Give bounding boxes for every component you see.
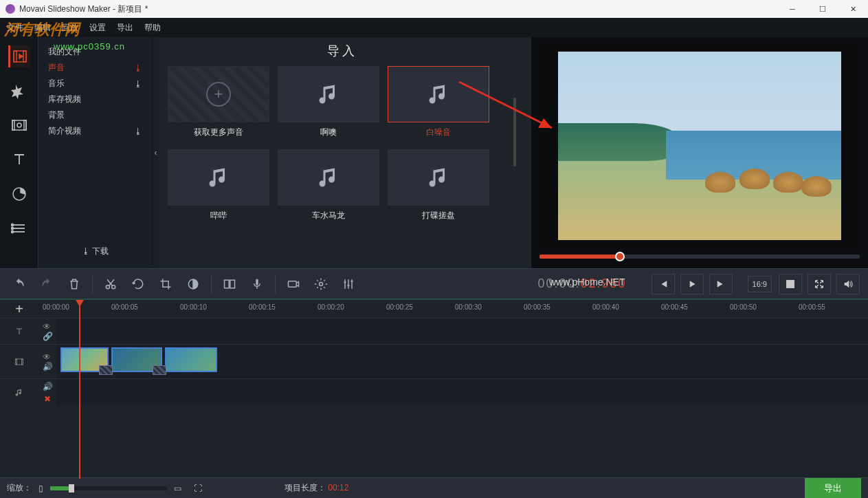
transition-1[interactable] <box>99 365 113 375</box>
title-track-body[interactable] <box>56 318 868 344</box>
prev-frame-button[interactable] <box>652 274 675 294</box>
fit-button[interactable]: ⛶ <box>194 484 202 493</box>
menu-bar: 文件 编辑 回放 设置 导出 帮助 <box>0 18 868 37</box>
collapse-handle[interactable]: ‹ <box>152 37 159 268</box>
playhead[interactable] <box>79 300 80 479</box>
export-button[interactable]: 导出 <box>805 478 861 499</box>
svg-point-7 <box>17 123 21 127</box>
svg-rect-5 <box>12 120 14 130</box>
aspect-ratio[interactable]: 16:9 <box>748 276 772 292</box>
menu-settings[interactable]: 设置 <box>89 22 106 34</box>
project-length-label: 项目长度： 00:12 <box>285 482 348 494</box>
seek-knob[interactable] <box>615 252 625 261</box>
clip-3[interactable] <box>165 347 217 372</box>
play-button[interactable] <box>680 274 704 294</box>
settings-button[interactable] <box>309 273 333 295</box>
unpin-button[interactable] <box>779 274 802 294</box>
svg-marker-3 <box>19 54 23 58</box>
preview-screen[interactable] <box>539 44 860 248</box>
toolbar: 00:00:02.950 16:9 <box>0 268 868 299</box>
tab-import[interactable] <box>8 45 30 67</box>
window-title: Movavi Slideshow Maker - 新项目 * <box>19 3 148 15</box>
add-track-button[interactable]: + <box>0 300 38 318</box>
menu-edit[interactable]: 编辑 <box>34 22 51 34</box>
minimize-button[interactable]: ─ <box>777 0 808 18</box>
tool-sidebar <box>0 37 38 268</box>
tab-more[interactable] <box>8 217 30 239</box>
zoom-label: 缩放： <box>7 482 32 494</box>
close-button[interactable]: ✕ <box>838 0 868 18</box>
cat-myfiles[interactable]: 我的文件 <box>48 44 142 60</box>
preview-seekbar[interactable] <box>539 255 860 259</box>
zoom-slider[interactable] <box>50 486 167 490</box>
menu-help[interactable]: 帮助 <box>144 22 161 34</box>
svg-rect-28 <box>22 358 23 364</box>
zoom-in-icon[interactable]: ▭ <box>174 484 181 493</box>
crop-button[interactable] <box>153 273 178 295</box>
tab-transitions[interactable] <box>8 114 30 136</box>
maximize-button[interactable]: ☐ <box>808 0 838 18</box>
undo-button[interactable] <box>7 273 32 295</box>
tile-sound-3[interactable]: 哔哔 <box>167 149 270 221</box>
record-audio-button[interactable] <box>245 273 269 295</box>
svg-rect-20 <box>225 280 230 288</box>
redo-button[interactable] <box>34 273 59 295</box>
cat-background[interactable]: 背景 <box>48 107 142 123</box>
equalizer-button[interactable] <box>336 273 361 295</box>
download-icon: ⭳ <box>134 79 142 89</box>
delete-button[interactable] <box>62 273 87 295</box>
tile-sound-2[interactable]: 白噪音 <box>387 66 490 138</box>
download-icon: ⭳ <box>134 127 142 136</box>
plus-icon: + <box>206 82 231 107</box>
audio-track: 🔊✖ <box>0 378 868 406</box>
cat-stockvideo[interactable]: 库存视频 <box>48 91 142 107</box>
title-bar: Movavi Slideshow Maker - 新项目 * ─ ☐ ✕ <box>0 0 868 18</box>
tile-sound-4[interactable]: 车水马龙 <box>277 149 380 221</box>
download-icon: ⭳ <box>134 63 142 73</box>
main-area: 我的文件 声音⭳ 音乐⭳ 库存视频 背景 简介视频⭳ ⭳ 下载 ‹ 导入 + 获… <box>0 37 868 268</box>
tile-getmore[interactable]: + 获取更多声音 <box>167 66 270 138</box>
tile-sound-5[interactable]: 打碟搓盘 <box>387 149 490 221</box>
tab-filters[interactable] <box>8 80 30 102</box>
svg-rect-23 <box>289 281 297 286</box>
track-video-icon <box>0 345 38 378</box>
rotate-button[interactable] <box>126 273 151 295</box>
menu-file[interactable]: 文件 <box>7 22 23 34</box>
download-button[interactable]: ⭳ 下载 <box>48 239 142 264</box>
zoom-out-icon[interactable]: ▯ <box>38 484 43 493</box>
svg-rect-6 <box>24 120 26 130</box>
timeline: + 00:00:00 00:00:05 00:00:10 00:00:15 00… <box>0 299 868 479</box>
tab-titles[interactable] <box>8 149 30 171</box>
track-visibility-icon[interactable]: 👁🔗 <box>38 318 56 344</box>
media-panel: 导入 + 获取更多声音 啊噢 白噪音 哔哔 <box>159 37 531 268</box>
video-track-body[interactable] <box>56 345 868 378</box>
color-button[interactable] <box>181 273 205 295</box>
menu-playback[interactable]: 回放 <box>62 22 78 34</box>
music-icon <box>316 165 341 190</box>
audio-track-body[interactable] <box>56 379 868 406</box>
cut-button[interactable] <box>98 273 123 295</box>
svg-rect-27 <box>16 358 17 364</box>
cat-music[interactable]: 音乐⭳ <box>48 76 142 91</box>
track-visibility-icon[interactable]: 👁🔊 <box>38 345 56 378</box>
timecode: 00:00:02.950 <box>532 275 632 292</box>
track-mute-icon[interactable]: 🔊✖ <box>38 379 56 406</box>
next-frame-button[interactable] <box>709 274 733 294</box>
music-icon <box>316 82 341 107</box>
menu-export[interactable]: 导出 <box>117 22 133 34</box>
transition-2[interactable] <box>153 365 166 375</box>
volume-button[interactable] <box>836 274 860 294</box>
svg-point-12 <box>11 224 13 226</box>
svg-point-24 <box>320 282 323 285</box>
tile-sound-1[interactable]: 啊噢 <box>277 66 380 138</box>
track-title-icon <box>0 318 38 344</box>
transition-wizard-button[interactable] <box>217 273 242 295</box>
tab-stickers[interactable] <box>8 183 30 205</box>
cat-sounds[interactable]: 声音⭳ <box>48 60 142 76</box>
clip-properties-button[interactable] <box>281 273 306 295</box>
svg-rect-2 <box>23 51 26 62</box>
cat-intro[interactable]: 简介视频⭳ <box>48 123 142 139</box>
fullscreen-button[interactable] <box>808 274 831 294</box>
time-ruler[interactable]: 00:00:00 00:00:05 00:00:10 00:00:15 00:0… <box>38 300 868 318</box>
scrollbar[interactable] <box>513 98 516 166</box>
